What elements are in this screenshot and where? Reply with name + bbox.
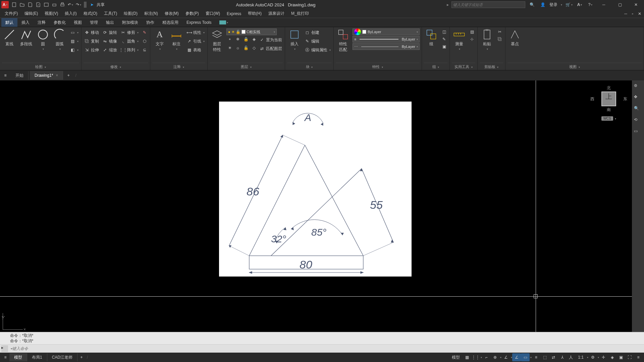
new-layout-button[interactable]: +: [77, 353, 86, 361]
menu-file[interactable]: 文件(F): [1, 9, 21, 18]
menu-window[interactable]: 窗口(W): [202, 9, 223, 18]
new-tab-button[interactable]: +: [64, 71, 72, 79]
drawing-canvas[interactable]: Y × 80: [0, 80, 644, 332]
hatch-button[interactable]: ▨▾: [69, 37, 79, 45]
layer-unlock-icon[interactable]: 🔓: [243, 45, 249, 51]
menu-draw[interactable]: 绘图(D): [120, 9, 141, 18]
viewcube-top-face[interactable]: 上: [601, 92, 616, 106]
viewcube-north[interactable]: 北: [590, 85, 627, 91]
doc-close-icon[interactable]: ✕: [638, 11, 641, 16]
annovis-icon[interactable]: 人: [567, 353, 575, 361]
panel-modify-title[interactable]: 修改 ▾: [84, 63, 148, 69]
move-button[interactable]: ✥移动: [84, 28, 100, 37]
isodraft-icon[interactable]: ∠: [501, 353, 510, 361]
qat-plot-icon[interactable]: [50, 1, 58, 9]
layer-iso-icon[interactable]: ◈: [251, 36, 257, 43]
modelspace-toggle[interactable]: 模型: [449, 355, 463, 360]
scale-label[interactable]: 1:1: [575, 355, 586, 360]
leader-button[interactable]: ↗引线▾: [186, 37, 205, 45]
ribbon-tab-parametric[interactable]: 参数化: [50, 18, 70, 27]
layer-freeze-icon[interactable]: ❄: [234, 36, 241, 43]
scale-button[interactable]: ⤢缩放: [102, 46, 118, 54]
polar-icon[interactable]: ⊕: [491, 353, 499, 361]
text-button[interactable]: A 文字▾: [152, 28, 167, 51]
menu-tools[interactable]: 工具(T): [101, 9, 120, 18]
explode-button[interactable]: ⬡: [141, 37, 148, 45]
group-button[interactable]: 组: [424, 28, 439, 47]
nav-wheel-icon[interactable]: ⊚: [634, 83, 642, 91]
menu-param[interactable]: 参数(P): [182, 9, 202, 18]
edit-block-button[interactable]: ✎编辑: [304, 37, 331, 45]
annoscale-icon[interactable]: ⅄: [558, 353, 567, 361]
linetype-dropdown[interactable]: ⋯ByLayer▾: [353, 43, 420, 50]
rectangle-button[interactable]: ▭▾: [69, 28, 79, 37]
quickprops-icon[interactable]: ✛: [599, 353, 608, 361]
nav-showmotion-icon[interactable]: ▭: [634, 129, 642, 137]
panel-draw-title[interactable]: 绘图 ▾: [2, 63, 79, 69]
panel-layers-title[interactable]: 图层 ▾: [210, 63, 283, 69]
array-button[interactable]: ⋮⋮阵列▾: [120, 46, 139, 54]
panel-block-title[interactable]: 块 ▾: [287, 63, 331, 69]
panel-properties-title[interactable]: 特性 ▾: [336, 63, 420, 69]
share-icon[interactable]: ➤: [88, 1, 96, 9]
set-current-button[interactable]: ✓置为当前: [259, 36, 283, 44]
menu-dim[interactable]: 标注(N): [141, 9, 161, 18]
group-edit-icon[interactable]: ✎: [441, 36, 447, 43]
trim-button[interactable]: ✂修剪▾: [120, 28, 139, 37]
snap-icon[interactable]: ⋮⋮: [471, 353, 480, 361]
customize-icon[interactable]: ≡: [634, 353, 643, 361]
layer-uniso-icon[interactable]: ◇: [251, 45, 257, 51]
maximize-button[interactable]: ▢: [613, 0, 627, 9]
layer-dropdown[interactable]: ● ☀ 🔓 C粗实线 ▾: [226, 28, 277, 35]
minimize-button[interactable]: ─: [597, 0, 610, 9]
edit-attr-button[interactable]: Ⓐ编辑属性▾: [304, 46, 331, 54]
point-icon[interactable]: ⊹: [469, 36, 475, 43]
search-icon[interactable]: 🔍: [528, 1, 536, 9]
qat-web-icon[interactable]: [42, 1, 50, 9]
qat-new-icon[interactable]: [10, 1, 18, 9]
qat-saveas-icon[interactable]: [34, 1, 42, 9]
layer-properties-button[interactable]: 图层 特性: [210, 28, 224, 53]
paste-button[interactable]: 粘贴▾: [480, 28, 494, 51]
command-input[interactable]: [12, 346, 643, 351]
create-block-button[interactable]: ◻创建: [304, 28, 331, 37]
layout-tab-1[interactable]: 布局1: [27, 353, 47, 361]
cleanscreen-icon[interactable]: ⛶: [625, 353, 634, 361]
isolate-icon[interactable]: ◈: [608, 353, 616, 361]
copy-clip-icon[interactable]: ⿻: [496, 36, 503, 43]
ribbon-tab-extra[interactable]: ▾: [215, 18, 232, 27]
otrack-icon[interactable]: ▭: [521, 353, 530, 361]
user-icon[interactable]: 👤: [539, 1, 547, 9]
color-dropdown[interactable]: ByLayer▾: [353, 28, 420, 35]
grid-icon[interactable]: ▦: [463, 353, 471, 361]
app-logo[interactable]: A▾: [1, 1, 9, 8]
region-button[interactable]: ◧▾: [69, 46, 79, 54]
circle-button[interactable]: 圆▾: [36, 28, 50, 51]
viewcube-south[interactable]: 南: [590, 107, 627, 113]
transparency-icon[interactable]: ⬚: [540, 353, 549, 361]
nav-orbit-icon[interactable]: ⟲: [634, 117, 642, 125]
doc-restore-icon[interactable]: ▫: [632, 11, 633, 16]
rotate-button[interactable]: ⟳旋转: [102, 28, 118, 37]
close-tab-icon[interactable]: ×: [56, 73, 58, 78]
panel-annotation-title[interactable]: 注释 ▾: [152, 63, 205, 69]
viewcube-east[interactable]: 东: [623, 96, 627, 102]
linear-dim-button[interactable]: ⟷线性▾: [186, 28, 205, 37]
qat-save-icon[interactable]: [26, 1, 34, 9]
ribbon-tab-default[interactable]: 默认: [1, 18, 17, 27]
offset-button[interactable]: ⊆: [141, 46, 148, 54]
fillet-button[interactable]: ◟圆角▾: [120, 37, 139, 45]
copy-button[interactable]: ⿻复制: [84, 37, 100, 45]
menu-express[interactable]: Express: [223, 9, 245, 18]
calc-icon[interactable]: ▤: [469, 28, 475, 35]
stretch-button[interactable]: ⇲拉伸: [84, 46, 100, 54]
menu-format[interactable]: 格式(O): [80, 9, 101, 18]
ribbon-tab-collab[interactable]: 协作: [142, 18, 158, 27]
ribbon-tab-insert[interactable]: 插入: [17, 18, 34, 27]
panel-utilities-title[interactable]: 实用工具 ▾: [452, 63, 475, 69]
file-tab-start[interactable]: 开始: [11, 71, 29, 80]
ribbon-tab-annotate[interactable]: 注释: [34, 18, 50, 27]
nav-pan-icon[interactable]: ✥: [634, 95, 642, 103]
layout-tab-2[interactable]: CAD江老师: [47, 353, 77, 361]
dimension-button[interactable]: 标注▾: [169, 28, 184, 51]
